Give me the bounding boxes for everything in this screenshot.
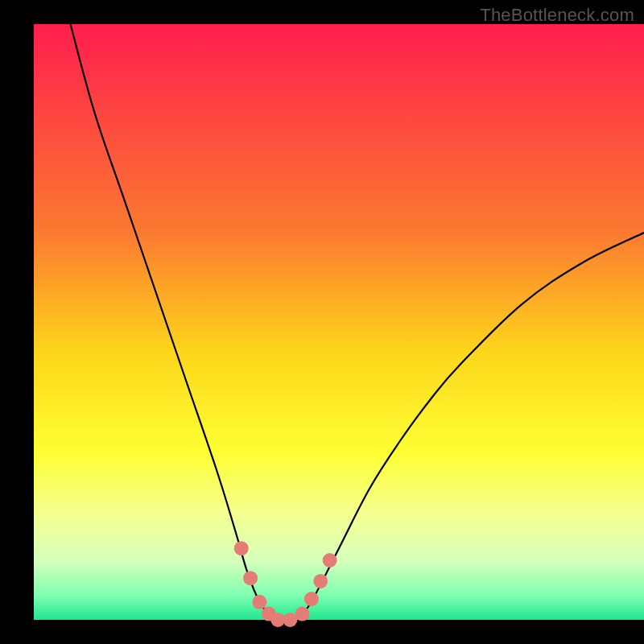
bottleneck-chart bbox=[0, 0, 644, 644]
watermark-text: TheBottleneck.com bbox=[480, 5, 634, 26]
curve-marker bbox=[313, 574, 328, 588]
plot-background bbox=[34, 24, 644, 620]
curve-marker bbox=[295, 607, 310, 621]
curve-marker bbox=[323, 553, 337, 568]
curve-marker bbox=[243, 571, 258, 585]
curve-marker bbox=[252, 595, 266, 609]
chart-svg bbox=[0, 0, 644, 644]
curve-marker bbox=[234, 541, 249, 555]
curve-marker bbox=[304, 592, 319, 606]
